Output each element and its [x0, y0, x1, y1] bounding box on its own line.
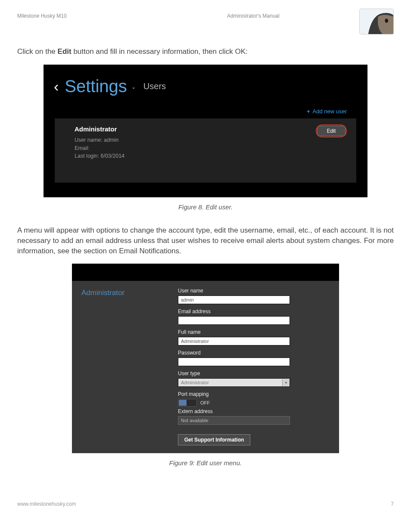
- input-fullname-value: Administrator: [181, 339, 209, 344]
- user-last-login-line: Last login: 6/03/2014: [75, 152, 348, 160]
- chevron-down-icon[interactable]: ⌄: [131, 84, 136, 90]
- title-row: ‹ Settings ⌄ Users: [52, 77, 359, 96]
- page-title[interactable]: Settings: [65, 77, 127, 96]
- get-support-label: Get Support Information: [184, 437, 244, 443]
- user-display-name: Administrator: [75, 125, 348, 133]
- doc-footer: www.milestonehusky.com 7: [17, 501, 394, 507]
- input-password[interactable]: [178, 358, 290, 366]
- add-new-user-link[interactable]: +Add new user: [307, 108, 347, 115]
- chevron-down-icon: ▾: [282, 379, 289, 386]
- doc-header-left: Milestone Husky M10: [17, 13, 184, 19]
- label-externaddr: Extern address: [178, 408, 330, 414]
- intro-text-after: button and fill in necessary information…: [72, 47, 248, 56]
- edit-menu-heading: Administrator: [81, 288, 168, 445]
- screenshot-edit-user-menu: Administrator User name admin Email addr…: [72, 264, 339, 453]
- input-fullname[interactable]: Administrator: [178, 337, 290, 345]
- label-portmapping: Port mapping: [178, 391, 330, 397]
- externaddr-value: Not available: [181, 418, 209, 423]
- label-username: User name: [178, 288, 330, 294]
- intro-text-before: Click on the: [17, 47, 58, 56]
- back-icon[interactable]: ‹: [54, 79, 59, 93]
- doc-header: Milestone Husky M10 Administrator's Manu…: [17, 13, 394, 38]
- user-email-line: Email:: [75, 144, 348, 152]
- intro-bold: Edit: [58, 47, 72, 56]
- input-username[interactable]: admin: [178, 296, 290, 304]
- label-email: Email address: [178, 308, 330, 314]
- edit-button-label: Edit: [327, 128, 336, 134]
- readonly-externaddr: Not available: [178, 416, 290, 425]
- get-support-button[interactable]: Get Support Information: [178, 434, 250, 445]
- user-username-line: User name: admin: [75, 136, 348, 144]
- page-subtitle: Users: [143, 81, 166, 91]
- toggle-knob: [179, 400, 187, 406]
- intro-paragraph: Click on the Edit button and fill in nec…: [17, 47, 394, 57]
- toggle-portmapping-state: OFF: [200, 400, 210, 405]
- logo: [359, 9, 394, 34]
- add-new-user-label: Add new user: [313, 108, 347, 115]
- svg-point-1: [385, 19, 388, 23]
- user-card: Administrator User name: admin Email: La…: [55, 118, 356, 183]
- figure-8-caption: Figure 8. Edit user.: [17, 203, 394, 211]
- screenshot-edit-user: ‹ Settings ⌄ Users +Add new user Adminis…: [44, 65, 367, 197]
- label-password: Password: [178, 350, 330, 356]
- footer-page-number: 7: [391, 501, 394, 507]
- select-usertype[interactable]: Administrator ▾: [178, 378, 290, 387]
- select-usertype-value: Administrator: [181, 380, 209, 385]
- input-username-value: admin: [181, 297, 194, 302]
- toggle-portmapping[interactable]: [178, 399, 197, 407]
- edit-button[interactable]: Edit: [317, 126, 346, 136]
- edit-button-highlight: Edit: [316, 124, 347, 137]
- input-email[interactable]: [178, 316, 290, 325]
- plus-icon: +: [307, 108, 310, 115]
- figure-9-caption: Figure 9: Edit user menu.: [17, 459, 394, 467]
- paragraph-2: A menu will appear with options to chang…: [17, 225, 394, 256]
- label-fullname: Full name: [178, 329, 330, 335]
- label-usertype: User type: [178, 370, 330, 376]
- footer-url: www.milestonehusky.com: [17, 501, 76, 507]
